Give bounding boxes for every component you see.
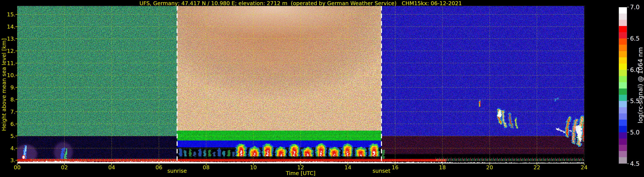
- colorbar-segment: [619, 70, 627, 76]
- y-tick-mark: [16, 75, 17, 75]
- colorbar-segment: [619, 157, 627, 163]
- y-tick-label: 6.: [0, 121, 16, 127]
- colorbar-segment: [619, 64, 627, 70]
- y-tick-mark: [16, 63, 17, 63]
- colorbar-segment: [619, 45, 627, 51]
- plot-title: UFS, Germany; 47.417 N / 10.980 E; eleva…: [17, 0, 584, 7]
- colorbar-tick-label: 5.5: [630, 98, 640, 105]
- noise-night-right: [381, 6, 584, 163]
- y-tick-label: 7.: [0, 108, 16, 115]
- colorbar-tick-mark: [627, 163, 629, 164]
- colorbar-segment: [619, 51, 627, 57]
- colorbar-tick-label: 6.0: [630, 66, 640, 73]
- y-tick-mark: [16, 27, 17, 27]
- y-tick-label: 10.: [0, 72, 16, 78]
- x-tick-label: 24: [581, 164, 588, 170]
- x-tick-label: 12: [297, 164, 304, 170]
- y-tick-label: 15.: [0, 11, 16, 18]
- colorbar-tick-mark: [627, 101, 629, 101]
- y-tick-mark: [16, 148, 17, 148]
- y-tick-label: 13.: [0, 36, 16, 42]
- colorbar-segment: [619, 32, 627, 39]
- colorbar-tick-label: 6.5: [630, 35, 640, 42]
- colorbar-segment: [619, 126, 627, 132]
- y-tick-label: 11.: [0, 60, 16, 66]
- y-tick-mark: [16, 99, 17, 100]
- y-tick-label: 3.: [0, 157, 16, 163]
- y-tick-mark: [16, 39, 17, 39]
- colorbar-segment: [619, 57, 627, 64]
- colorbar-segment: [619, 113, 627, 120]
- x-tick-label: 02: [61, 164, 68, 170]
- colorbar-segment: [619, 132, 627, 138]
- colorbar-tick-mark: [627, 132, 629, 132]
- colorbar-label: log(rc-signal) @ 1064 nm: [637, 47, 644, 123]
- y-tick-label: 14.: [0, 24, 16, 30]
- colorbar-tick-mark: [627, 38, 629, 39]
- y-tick-label: 5.: [0, 133, 16, 139]
- y-tick-label: 12.: [0, 48, 16, 54]
- colorbar-tick-label: 5.0: [630, 129, 640, 136]
- colorbar-segment: [619, 82, 627, 89]
- colorbar-segment: [619, 76, 627, 82]
- colorbar-segment: [619, 26, 627, 32]
- colorbar-segment: [619, 14, 627, 20]
- x-tick-label: 00: [14, 164, 20, 170]
- colorbar-tick-label: 4.5: [630, 160, 640, 167]
- colorbar-tick-mark: [627, 7, 629, 7]
- colorbar: [619, 7, 627, 164]
- colorbar-tick-label: 7.0: [630, 4, 640, 11]
- colorbar-segment: [619, 107, 627, 113]
- x-tick-label: 04: [108, 164, 115, 170]
- y-tick-mark: [16, 14, 17, 15]
- y-tick-mark: [16, 124, 17, 124]
- x-tick-label: 20: [486, 164, 493, 170]
- plot-area: [17, 6, 584, 163]
- colorbar-segment: [619, 145, 627, 151]
- y-tick-label: 9.: [0, 84, 16, 90]
- colorbar-segment: [619, 151, 627, 157]
- colorbar-tick-mark: [627, 70, 629, 70]
- x-axis-label: Time [UTC]: [17, 170, 584, 176]
- x-tick-label: 22: [534, 164, 540, 170]
- colorbar-segment: [619, 20, 627, 26]
- y-tick-mark: [16, 87, 17, 88]
- colorbar-segment: [619, 138, 627, 145]
- colorbar-segment: [619, 7, 627, 14]
- x-tick-label: 08: [203, 164, 210, 170]
- y-tick-label: 8.: [0, 96, 16, 103]
- y-tick-mark: [16, 111, 17, 112]
- sunset-label: sunset: [372, 168, 390, 174]
- x-tick-label: 10: [250, 164, 257, 170]
- colorbar-segment: [619, 120, 627, 126]
- y-tick-mark: [16, 136, 17, 136]
- noise-day: [177, 6, 381, 163]
- y-tick-mark: [16, 51, 17, 51]
- colorbar-segment: [619, 95, 627, 101]
- y-tick-mark: [16, 160, 17, 160]
- colorbar-segment: [619, 89, 627, 95]
- x-tick-label: 14: [344, 164, 351, 170]
- x-tick-label: 18: [439, 164, 446, 170]
- cloud-1930: [479, 100, 480, 106]
- ceilometer-quicklook-figure: UFS, Germany; 47.417 N / 10.980 E; eleva…: [0, 0, 644, 177]
- y-tick-label: 4.: [0, 145, 16, 151]
- backscatter-image: [17, 6, 584, 163]
- noise-night-left: [17, 6, 177, 163]
- x-tick-label: 16: [392, 164, 398, 170]
- colorbar-segment: [619, 39, 627, 45]
- colorbar-segment: [619, 101, 627, 107]
- x-tick-label: 06: [156, 164, 162, 170]
- sunrise-label: sunrise: [168, 168, 187, 174]
